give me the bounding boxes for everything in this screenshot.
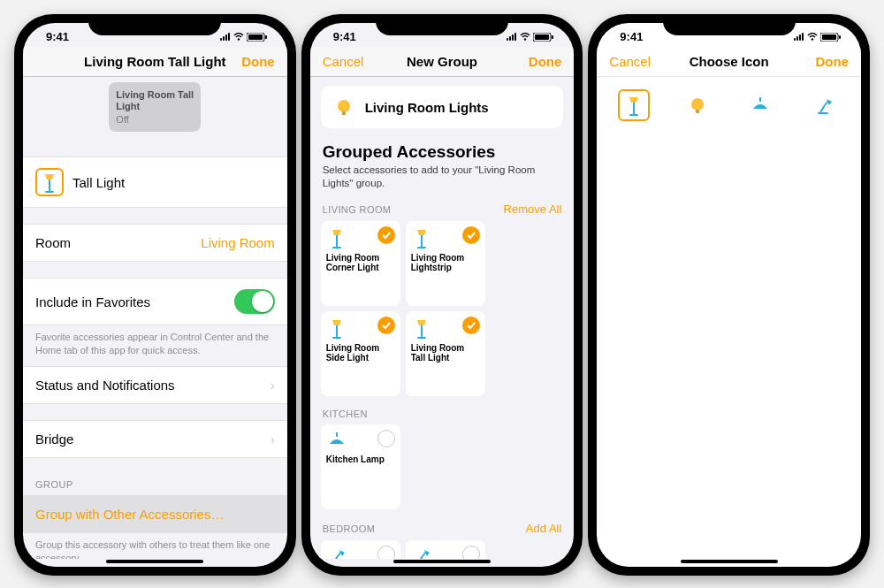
- signal-icon: [507, 33, 517, 41]
- group-link-label: Group with Other Accessories…: [35, 507, 224, 522]
- accessory-icon-thumb[interactable]: [35, 168, 64, 196]
- group-name-card[interactable]: Living Room Lights: [321, 86, 564, 128]
- group-section-header: GROUP: [23, 474, 287, 495]
- check-icon: [377, 226, 395, 244]
- living-room-grid: Living Room Corner Light Living Room Lig…: [310, 221, 575, 403]
- check-icon: [462, 317, 480, 334]
- icon-option-bulb[interactable]: [682, 89, 713, 121]
- screen-choose-icon: 9:41 Cancel Choose Icon Done: [597, 23, 861, 567]
- status-notifications-row[interactable]: Status and Notifications ›: [23, 366, 287, 404]
- icon-option-floor-lamp[interactable]: [618, 89, 650, 121]
- cancel-button[interactable]: Cancel: [323, 54, 367, 69]
- icon-option-ceiling-lamp[interactable]: [744, 89, 776, 121]
- signal-icon: [220, 33, 231, 41]
- group-with-others-row[interactable]: Group with Other Accessories…: [23, 495, 287, 533]
- signal-icon: [794, 33, 804, 41]
- section-living-room: LIVING ROOM Remove All: [310, 197, 575, 221]
- favorites-toggle[interactable]: [234, 289, 275, 314]
- status-time: 9:41: [620, 30, 643, 43]
- phone-frame-2: 9:41 Cancel New Group Done Living Room L…: [301, 14, 583, 576]
- navbar: Cancel Choose Icon Done: [597, 47, 861, 77]
- group-name-label: Living Room Lights: [365, 100, 489, 115]
- tile-name: Kitchen Lamp: [326, 454, 395, 465]
- chevron-right-icon: ›: [271, 432, 275, 447]
- floor-lamp-icon: [39, 171, 60, 194]
- icon-option-desk-lamp[interactable]: [808, 89, 840, 121]
- desk-lamp-icon: [326, 546, 347, 559]
- nav-title: New Group: [367, 54, 518, 69]
- floor-lamp-icon: [326, 317, 347, 340]
- check-icon: [462, 226, 480, 244]
- group-note: Group this accessory with others to trea…: [23, 533, 287, 559]
- favorites-label: Include in Favorites: [35, 294, 150, 309]
- floor-lamp-icon: [326, 226, 347, 249]
- accessory-name-label: Tall Light: [72, 175, 125, 190]
- accessory-tile[interactable]: Kitchen Lamp: [321, 424, 400, 509]
- status-time: 9:41: [46, 30, 69, 43]
- battery-icon: [533, 33, 554, 42]
- bulb-icon: [687, 95, 708, 116]
- unchecked-icon: [377, 430, 395, 447]
- accessory-tile[interactable]: Living Room Side Light: [321, 311, 400, 396]
- screen-new-group: 9:41 Cancel New Group Done Living Room L…: [310, 23, 575, 567]
- section-header-living-room: LIVING ROOM: [323, 204, 392, 215]
- phone-frame-3: 9:41 Cancel Choose Icon Done: [588, 14, 870, 576]
- accessory-tile[interactable]: Living Room Tall Light: [406, 311, 485, 396]
- favorites-note: Favorite accessories appear in Control C…: [23, 325, 287, 366]
- desk-lamp-icon: [813, 95, 834, 116]
- battery-icon: [247, 33, 268, 42]
- done-button[interactable]: Done: [231, 54, 275, 69]
- status-time: 9:41: [333, 30, 356, 43]
- accessory-tile[interactable]: Living Room Lightstrip: [406, 221, 485, 306]
- accessory-preview-tile[interactable]: Living Room Tall Light Off: [109, 82, 201, 132]
- bridge-row[interactable]: Bridge ›: [23, 420, 287, 458]
- wifi-icon: [520, 33, 530, 41]
- status-notifications-label: Status and Notifications: [35, 378, 175, 393]
- cancel-button[interactable]: Cancel: [609, 54, 653, 69]
- home-indicator[interactable]: [106, 560, 203, 563]
- battery-icon: [820, 33, 842, 42]
- home-indicator[interactable]: [393, 560, 491, 563]
- section-bedroom: BEDROOM Add All: [310, 516, 575, 540]
- accessory-tile[interactable]: Living Room Corner Light: [321, 221, 400, 306]
- accessory-tile[interactable]: Bedroom: [321, 540, 400, 559]
- name-row[interactable]: Tall Light: [23, 157, 287, 208]
- tile-name: Living Room Side Light: [326, 343, 395, 363]
- floor-lamp-icon: [623, 94, 644, 117]
- room-row[interactable]: Room Living Room: [23, 224, 287, 262]
- bridge-label: Bridge: [35, 431, 73, 447]
- nav-title: Choose Icon: [653, 54, 804, 69]
- notch: [663, 14, 796, 35]
- bulb-icon: [333, 96, 354, 118]
- section-header-bedroom: BEDROOM: [323, 523, 376, 534]
- grouped-accessories-subtext: Select accessories to add to your "Livin…: [310, 164, 575, 197]
- phone-frame-1: 9:41 Living Room Tall Light Done Living …: [14, 14, 296, 576]
- ceiling-lamp-icon: [326, 430, 347, 451]
- remove-all-button[interactable]: Remove All: [504, 202, 562, 216]
- notch: [376, 14, 508, 35]
- ceiling-lamp-icon: [750, 95, 771, 116]
- tile-name: Living Room Corner Light: [326, 253, 395, 273]
- bedroom-grid: Bedroom Bedroom: [310, 540, 575, 559]
- section-kitchen: KITCHEN: [310, 403, 575, 424]
- add-all-button[interactable]: Add All: [526, 522, 561, 535]
- tile-name: Living Room Tall Light: [411, 343, 480, 363]
- nav-title: Living Room Tall Light: [80, 54, 231, 69]
- home-indicator[interactable]: [681, 560, 778, 563]
- desk-lamp-icon: [411, 546, 432, 559]
- grouped-accessories-heading: Grouped Accessories: [310, 137, 575, 164]
- tile-name: Living Room Lightstrip: [411, 253, 480, 273]
- floor-lamp-icon: [411, 317, 432, 340]
- content: Living Room Tall Light Off Tall Light Ro…: [23, 77, 287, 559]
- chevron-right-icon: ›: [271, 378, 275, 393]
- content: Living Room Lights Grouped Accessories S…: [310, 77, 575, 559]
- screen-accessory-settings: 9:41 Living Room Tall Light Done Living …: [23, 23, 287, 567]
- accessory-tile[interactable]: Bedroom: [406, 540, 485, 559]
- done-button[interactable]: Done: [517, 54, 561, 69]
- section-header-kitchen: KITCHEN: [323, 409, 368, 419]
- done-button[interactable]: Done: [804, 54, 849, 69]
- unchecked-icon: [462, 546, 480, 559]
- unchecked-icon: [377, 546, 395, 559]
- kitchen-grid: Kitchen Lamp: [310, 424, 575, 516]
- navbar: Cancel New Group Done: [310, 47, 575, 77]
